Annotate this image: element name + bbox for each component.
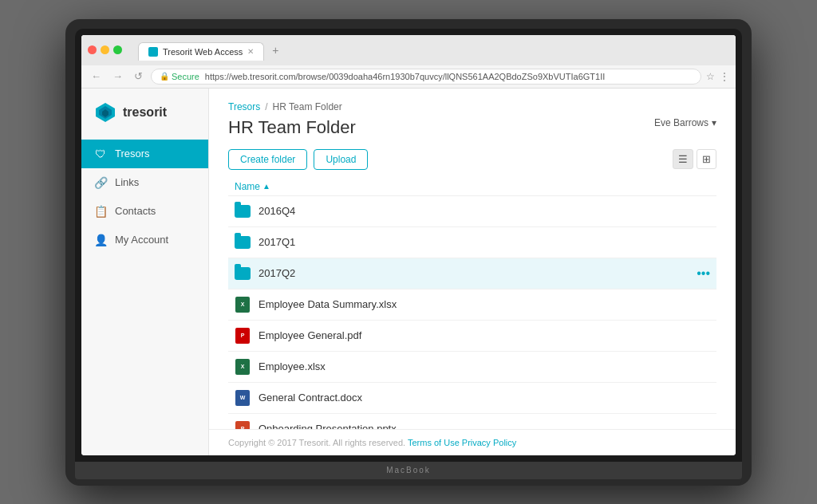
fullscreen-button[interactable] (113, 45, 122, 54)
xlsx-file-icon: X (235, 359, 251, 375)
file-name: 2017Q1 (259, 236, 710, 248)
page-header: HR Team Folder Eve Barrows ▾ (228, 117, 716, 138)
active-tab[interactable]: Tresorit Web Access ✕ (138, 42, 264, 61)
pdf-file-icon: P (235, 328, 251, 344)
sidebar-nav: 🛡 Tresors 🔗 Links 📋 Contacts 👤 (81, 140, 208, 254)
close-button[interactable] (88, 45, 97, 54)
tab-label: Tresorit Web Access (163, 47, 243, 57)
table-row[interactable]: P Employee General.pdf (228, 321, 716, 352)
file-name: General Contract.docx (259, 392, 710, 404)
file-name: Employee Data Summary.xlsx (259, 298, 710, 310)
lock-icon: 🔒 (160, 72, 169, 81)
main-content: Tresors / HR Team Folder HR Team Folder … (209, 89, 736, 429)
folder-icon (235, 266, 251, 282)
terms-of-use-link[interactable]: Terms of Use (408, 438, 460, 447)
account-icon: 👤 (94, 234, 107, 246)
tab-close-icon[interactable]: ✕ (247, 47, 254, 56)
grid-view-button[interactable]: ⊞ (697, 149, 716, 169)
laptop-brand-label: MacBook (386, 466, 431, 474)
reload-button[interactable]: ↺ (131, 69, 146, 84)
url-bar[interactable]: 🔒 Secure https://web.tresorit.com/browse… (151, 69, 701, 85)
xlsx-file-icon: X (235, 297, 251, 313)
logo-text: tresorit (123, 105, 167, 120)
column-header-name[interactable]: Name ▲ (228, 178, 716, 196)
links-icon: 🔗 (94, 176, 107, 189)
file-list: 2016Q4 2017Q1 (228, 196, 716, 429)
sidebar-logo: tresorit (81, 101, 208, 140)
address-bar: ← → ↺ 🔒 Secure https://web.tresorit.com/… (81, 65, 736, 88)
col-name-label: Name (235, 181, 260, 192)
breadcrumb-separator: / (265, 101, 267, 112)
address-bar-actions: ☆ ⋮ (706, 71, 729, 82)
laptop-bottom (75, 479, 742, 486)
docx-file-icon: W (235, 390, 251, 406)
new-tab-button[interactable]: + (266, 40, 285, 61)
file-name: Employee.xlsx (259, 360, 710, 372)
user-menu[interactable]: Eve Barrows ▾ (654, 117, 716, 128)
contacts-icon: 📋 (94, 205, 107, 218)
file-name: Employee General.pdf (259, 329, 710, 341)
sidebar-item-links-label: Links (115, 176, 139, 188)
bookmark-icon[interactable]: ☆ (706, 71, 715, 82)
minimize-button[interactable] (101, 45, 109, 54)
user-chevron-icon: ▾ (712, 117, 716, 128)
screen-bezel: Tresorit Web Access ✕ + ← → ↺ 🔒 Secure h… (75, 29, 742, 462)
screen: Tresorit Web Access ✕ + ← → ↺ 🔒 Secure h… (81, 35, 736, 455)
folder-icon (235, 234, 251, 250)
footer-copyright: Copyright © 2017 Tresorit. All rights re… (228, 438, 405, 447)
sidebar-item-tresors-label: Tresors (115, 148, 150, 159)
tab-favicon (148, 47, 158, 57)
create-folder-button[interactable]: Create folder (228, 149, 307, 170)
sort-arrow-icon: ▲ (262, 182, 270, 191)
file-name: 2017Q2 (259, 267, 689, 279)
breadcrumb: Tresors / HR Team Folder (228, 101, 716, 112)
list-view-button[interactable]: ☰ (673, 149, 693, 169)
table-row[interactable]: X Employee.xlsx (228, 352, 716, 383)
table-row[interactable]: 2016Q4 (228, 196, 716, 227)
table-row[interactable]: X Employee Data Summary.xlsx (228, 289, 716, 321)
upload-button[interactable]: Upload (314, 149, 368, 170)
sidebar: tresorit 🛡 Tresors 🔗 Links 📋 (81, 89, 209, 455)
file-name: 2016Q4 (259, 205, 710, 217)
sidebar-item-my-account[interactable]: 👤 My Account (81, 226, 208, 254)
menu-icon[interactable]: ⋮ (720, 71, 729, 82)
table-row[interactable]: W General Contract.docx (228, 383, 716, 414)
laptop-base: MacBook (75, 462, 742, 479)
traffic-lights (88, 45, 122, 54)
forward-button[interactable]: → (109, 69, 126, 84)
secure-label: Secure (172, 72, 199, 81)
breadcrumb-root[interactable]: Tresors (228, 101, 260, 112)
sidebar-item-tresors[interactable]: 🛡 Tresors (81, 140, 208, 168)
table-row[interactable]: 2017Q1 (228, 227, 716, 258)
folder-icon (235, 203, 251, 219)
more-actions-icon[interactable]: ••• (697, 266, 710, 281)
app-layout: tresorit 🛡 Tresors 🔗 Links 📋 (81, 89, 736, 455)
sidebar-item-contacts-label: Contacts (115, 205, 156, 217)
privacy-policy-link[interactable]: Privacy Policy (462, 438, 516, 447)
breadcrumb-current: HR Team Folder (273, 101, 342, 112)
toolbar-left: Create folder Upload (228, 149, 368, 170)
view-toggle: ☰ ⊞ (673, 149, 716, 169)
tab-bar: Tresorit Web Access ✕ + (132, 40, 291, 61)
sidebar-item-contacts[interactable]: 📋 Contacts (81, 197, 208, 226)
sidebar-item-links[interactable]: 🔗 Links (81, 168, 208, 197)
url-text: https://web.tresorit.com/browse/0039doah… (205, 72, 605, 81)
table-row[interactable]: P Onboarding Presentation.pptx (228, 414, 716, 429)
titlebar: Tresorit Web Access ✕ + (81, 35, 736, 65)
sidebar-item-account-label: My Account (115, 234, 168, 246)
file-name: Onboarding Presentation.pptx (259, 423, 710, 429)
user-name: Eve Barrows (654, 117, 708, 128)
back-button[interactable]: ← (88, 69, 105, 84)
tresors-icon: 🛡 (94, 148, 107, 160)
laptop-frame: Tresorit Web Access ✕ + ← → ↺ 🔒 Secure h… (65, 19, 752, 486)
page-title: HR Team Folder (228, 117, 356, 138)
table-row[interactable]: 2017Q2 ••• (228, 258, 716, 289)
toolbar: Create folder Upload ☰ ⊞ (228, 149, 716, 170)
pptx-file-icon: P (235, 421, 251, 429)
browser-chrome: Tresorit Web Access ✕ + ← → ↺ 🔒 Secure h… (81, 35, 736, 89)
tresorit-logo-icon (94, 101, 116, 124)
footer: Copyright © 2017 Tresorit. All rights re… (209, 429, 736, 455)
